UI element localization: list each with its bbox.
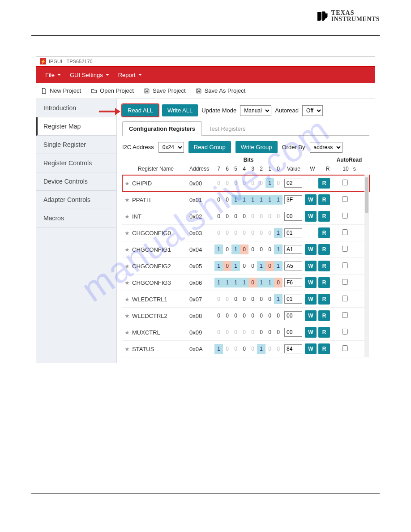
autoread-checkbox[interactable] bbox=[342, 262, 348, 268]
bit-cell[interactable]: 0 bbox=[240, 245, 248, 254]
bit-cell[interactable]: 1 bbox=[257, 195, 265, 205]
bit-cell[interactable]: 1 bbox=[274, 261, 283, 271]
bit-cell[interactable]: 0 bbox=[240, 344, 248, 354]
autoread-checkbox[interactable] bbox=[342, 279, 348, 285]
bit-cell[interactable]: 0 bbox=[231, 228, 240, 238]
bit-cell[interactable]: 0 bbox=[214, 311, 223, 321]
bit-cell[interactable]: 0 bbox=[214, 195, 223, 205]
bit-cell[interactable]: 0 bbox=[214, 327, 223, 337]
bit-cell[interactable]: 0 bbox=[257, 294, 265, 304]
favorite-star-icon[interactable]: ★ bbox=[122, 296, 132, 303]
register-value-input[interactable] bbox=[284, 311, 302, 320]
tab-configuration-registers[interactable]: Configuration Registers bbox=[122, 121, 202, 136]
bit-cell[interactable]: 1 bbox=[231, 278, 240, 287]
bit-cell[interactable]: 1 bbox=[214, 245, 223, 254]
register-value-input[interactable] bbox=[284, 295, 302, 304]
write-all-button[interactable]: Write ALL bbox=[162, 104, 198, 116]
read-button[interactable]: R bbox=[318, 227, 330, 238]
autoread-checkbox[interactable] bbox=[342, 213, 348, 219]
bit-cell[interactable]: 0 bbox=[240, 211, 248, 221]
read-button[interactable]: R bbox=[318, 277, 330, 288]
tab-test-registers[interactable]: Test Registers bbox=[202, 121, 252, 136]
write-button[interactable]: W bbox=[305, 211, 317, 222]
write-button[interactable]: W bbox=[305, 343, 317, 354]
sidebar-item-introduction[interactable]: Introduction bbox=[36, 99, 116, 117]
bit-cell[interactable]: 0 bbox=[274, 211, 283, 221]
bit-cell[interactable]: 0 bbox=[240, 178, 248, 188]
read-button[interactable]: R bbox=[318, 211, 330, 222]
favorite-star-icon[interactable]: ★ bbox=[122, 263, 132, 270]
bit-cell[interactable]: 0 bbox=[265, 245, 274, 254]
favorite-star-icon[interactable]: ★ bbox=[122, 213, 132, 220]
bit-cell[interactable]: 0 bbox=[248, 344, 257, 354]
autoread-checkbox[interactable] bbox=[342, 246, 348, 252]
write-button[interactable]: W bbox=[305, 194, 317, 205]
bit-cell[interactable]: 0 bbox=[231, 178, 240, 188]
autoread-checkbox[interactable] bbox=[342, 329, 348, 335]
bit-cell[interactable]: 1 bbox=[274, 195, 283, 205]
bit-cell[interactable]: 0 bbox=[240, 261, 248, 271]
bit-cell[interactable]: 0 bbox=[248, 278, 257, 287]
bit-cell[interactable]: 1 bbox=[240, 195, 248, 205]
favorite-star-icon[interactable]: ★ bbox=[122, 313, 132, 319]
favorite-star-icon[interactable]: ★ bbox=[122, 180, 132, 187]
menu-report[interactable]: Report bbox=[114, 72, 146, 78]
bit-cell[interactable]: 0 bbox=[248, 294, 257, 304]
bit-cell[interactable]: 1 bbox=[274, 294, 283, 304]
favorite-star-icon[interactable]: ★ bbox=[122, 346, 132, 352]
menu-gui-settings[interactable]: GUI Settings bbox=[65, 72, 114, 78]
bit-cell[interactable]: 0 bbox=[257, 228, 265, 238]
bit-cell[interactable]: 0 bbox=[274, 344, 283, 354]
write-group-button[interactable]: Write Group bbox=[235, 141, 278, 153]
sidebar-item-single-register[interactable]: Single Register bbox=[36, 136, 116, 154]
bit-cell[interactable]: 0 bbox=[231, 211, 240, 221]
save-as-project-button[interactable]: Save As Project bbox=[194, 86, 248, 95]
read-button[interactable]: R bbox=[318, 310, 330, 321]
bit-cell[interactable]: 0 bbox=[231, 327, 240, 337]
bit-cell[interactable]: 0 bbox=[240, 228, 248, 238]
bit-cell[interactable]: 1 bbox=[274, 228, 283, 238]
bit-cell[interactable]: 0 bbox=[265, 211, 274, 221]
sidebar-item-device-controls[interactable]: Device Controls bbox=[36, 172, 116, 191]
scrollbar[interactable] bbox=[364, 175, 369, 357]
i2c-address-select[interactable]: 0x24 bbox=[158, 142, 184, 153]
bit-cell[interactable]: 0 bbox=[231, 344, 240, 354]
bit-cell[interactable]: 1 bbox=[231, 261, 240, 271]
open-project-button[interactable]: Open Project bbox=[89, 86, 136, 95]
bit-cell[interactable]: 1 bbox=[257, 261, 265, 271]
write-button[interactable]: W bbox=[305, 310, 317, 321]
bit-cell[interactable]: 0 bbox=[223, 294, 231, 304]
bit-cell[interactable]: 1 bbox=[214, 278, 223, 287]
bit-cell[interactable]: 1 bbox=[265, 178, 274, 188]
bit-cell[interactable]: 0 bbox=[257, 245, 265, 254]
register-value-input[interactable] bbox=[284, 262, 302, 270]
register-value-input[interactable] bbox=[284, 245, 302, 254]
bit-cell[interactable]: 0 bbox=[265, 344, 274, 354]
read-button[interactable]: R bbox=[318, 343, 330, 354]
autoread-checkbox[interactable] bbox=[342, 180, 348, 185]
favorite-star-icon[interactable]: ★ bbox=[122, 329, 132, 336]
menu-file[interactable]: File bbox=[41, 72, 65, 78]
favorite-star-icon[interactable]: ★ bbox=[122, 246, 132, 253]
bit-cell[interactable]: 0 bbox=[248, 245, 257, 254]
write-button[interactable]: W bbox=[305, 294, 317, 305]
write-button[interactable]: W bbox=[305, 261, 317, 271]
bit-cell[interactable]: 0 bbox=[274, 327, 283, 337]
bit-cell[interactable]: 0 bbox=[223, 261, 231, 271]
read-button[interactable]: R bbox=[318, 244, 330, 255]
bit-cell[interactable]: 0 bbox=[257, 211, 265, 221]
autoread-checkbox[interactable] bbox=[342, 345, 348, 351]
register-value-input[interactable] bbox=[284, 278, 302, 287]
bit-cell[interactable]: 0 bbox=[274, 278, 283, 287]
register-value-input[interactable] bbox=[284, 195, 302, 204]
favorite-star-icon[interactable]: ★ bbox=[122, 197, 132, 203]
bit-cell[interactable]: 0 bbox=[265, 327, 274, 337]
sidebar-item-register-map[interactable]: Register Map bbox=[36, 117, 116, 136]
bit-cell[interactable]: 0 bbox=[231, 311, 240, 321]
bit-cell[interactable]: 1 bbox=[265, 278, 274, 287]
autoread-checkbox[interactable] bbox=[342, 312, 348, 318]
read-button[interactable]: R bbox=[318, 178, 330, 189]
bit-cell[interactable]: 0 bbox=[265, 294, 274, 304]
read-button[interactable]: R bbox=[318, 327, 330, 338]
bit-cell[interactable]: 0 bbox=[274, 178, 283, 188]
